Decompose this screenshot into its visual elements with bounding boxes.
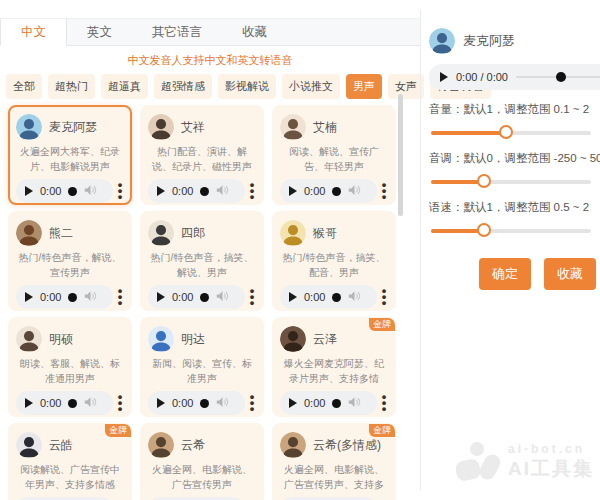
play-icon[interactable] bbox=[157, 292, 165, 302]
voice-card[interactable]: 熊二热门/特色声音，解说、宣传男声0:00 ••• bbox=[8, 211, 132, 311]
play-icon[interactable] bbox=[25, 398, 33, 408]
speaker-icon-wrap[interactable] bbox=[348, 184, 361, 199]
slider[interactable] bbox=[431, 126, 591, 140]
audio-progress-knob[interactable] bbox=[68, 187, 77, 196]
play-icon[interactable] bbox=[289, 292, 297, 302]
kebab-menu-icon[interactable]: ••• bbox=[116, 288, 124, 306]
person-avatar-icon bbox=[280, 432, 306, 458]
play-icon[interactable] bbox=[289, 186, 297, 196]
play-icon[interactable] bbox=[25, 292, 33, 302]
kebab-menu-icon[interactable]: ••• bbox=[380, 288, 388, 306]
voice-card[interactable]: 艾祥热门配音、演讲、解说、纪录片、磁性男声0:00 ••• bbox=[140, 105, 264, 205]
voice-audio-player[interactable]: 0:00 bbox=[280, 179, 377, 203]
audio-time: 0:00 bbox=[304, 185, 325, 197]
kebab-menu-icon[interactable]: ••• bbox=[248, 394, 256, 412]
voice-audio-player[interactable]: 0:00 bbox=[16, 179, 113, 203]
slider-knob[interactable] bbox=[499, 125, 513, 139]
voice-card[interactable]: 明硕朗读、客服、解说、标准通用男声0:00 ••• bbox=[8, 317, 132, 417]
filter-chip[interactable]: 超强情感 bbox=[154, 74, 212, 99]
voice-audio-player[interactable]: 0:00 bbox=[148, 285, 245, 309]
kebab-menu-icon[interactable]: ••• bbox=[116, 182, 124, 200]
slider-knob[interactable] bbox=[477, 223, 491, 237]
voice-avatar bbox=[280, 114, 306, 140]
audio-progress-knob[interactable] bbox=[200, 399, 209, 408]
play-icon[interactable] bbox=[157, 186, 165, 196]
kebab-menu-icon[interactable]: ••• bbox=[380, 394, 388, 412]
play-icon[interactable] bbox=[157, 398, 165, 408]
speaker-icon-wrap[interactable] bbox=[348, 290, 361, 305]
speaker-icon-wrap[interactable] bbox=[216, 290, 229, 305]
confirm-button[interactable]: 确定 bbox=[479, 258, 531, 290]
tab-收藏[interactable]: 收藏 bbox=[222, 19, 287, 45]
filter-chip[interactable]: 全部 bbox=[6, 74, 42, 99]
voice-description: 阅读解说、广告宣传中年男声、支持多情感 bbox=[16, 463, 124, 493]
voice-audio-player[interactable]: 0:00 bbox=[148, 391, 245, 415]
audio-progress-knob[interactable] bbox=[556, 72, 566, 82]
scrollbar-thumb[interactable] bbox=[398, 94, 403, 216]
filter-chip[interactable]: 男声 bbox=[346, 74, 382, 99]
speaker-icon-wrap[interactable] bbox=[216, 184, 229, 199]
voice-audio-player[interactable]: 0:00 bbox=[280, 391, 377, 415]
favorite-button[interactable]: 收藏 bbox=[544, 258, 596, 290]
audio-progress-knob[interactable] bbox=[200, 293, 209, 302]
kebab-menu-icon[interactable]: ••• bbox=[248, 182, 256, 200]
slider-knob[interactable] bbox=[477, 174, 491, 188]
play-icon[interactable] bbox=[25, 186, 33, 196]
voice-player-row: 0:00 ••• bbox=[280, 391, 388, 415]
filter-chip[interactable]: 超热门 bbox=[48, 74, 95, 99]
voice-audio-player[interactable]: 0:00 bbox=[16, 285, 113, 309]
play-icon[interactable] bbox=[440, 72, 448, 82]
audio-progress-track[interactable] bbox=[516, 76, 600, 78]
voice-name: 明达 bbox=[181, 331, 205, 348]
voice-card[interactable]: 麦克阿瑟火遍全网大将军、纪录片、电影解说男声0:00 ••• bbox=[8, 105, 132, 205]
speaker-icon bbox=[348, 290, 361, 302]
slider[interactable] bbox=[431, 175, 591, 189]
speaker-icon-wrap[interactable] bbox=[348, 396, 361, 411]
audio-progress-knob[interactable] bbox=[332, 293, 341, 302]
audio-progress-knob[interactable] bbox=[332, 399, 341, 408]
filter-chip[interactable]: 影视解说 bbox=[218, 74, 276, 99]
kebab-menu-icon[interactable]: ••• bbox=[116, 394, 124, 412]
filter-chip[interactable]: 超逼真 bbox=[101, 74, 148, 99]
audio-progress-knob[interactable] bbox=[200, 187, 209, 196]
preview-audio-player[interactable]: 0:00 / 0:00 bbox=[429, 64, 600, 90]
voice-card[interactable]: 艾楠阅读、解说、宣传广告、年轻男声0:00 ••• bbox=[272, 105, 396, 205]
speaker-icon-wrap[interactable] bbox=[84, 184, 97, 199]
speaker-icon-wrap[interactable] bbox=[84, 290, 97, 305]
voice-audio-player[interactable]: 0:00 bbox=[148, 179, 245, 203]
tab-英文[interactable]: 英文 bbox=[67, 19, 132, 45]
filter-chip[interactable]: 女声 bbox=[388, 74, 424, 99]
speaker-icon-wrap[interactable] bbox=[216, 396, 229, 411]
slider-label: 语速：默认1，调整范围 0.5 ~ 2 bbox=[429, 200, 600, 215]
voice-player-row: 0:00 ••• bbox=[280, 285, 388, 309]
gold-badge: 金牌 bbox=[369, 318, 395, 331]
voice-card[interactable]: 金牌 云皓阅读解说、广告宣传中年男声、支持多情感0:00 ••• bbox=[8, 423, 132, 500]
tab-其它语言[interactable]: 其它语言 bbox=[132, 19, 222, 45]
voice-card[interactable]: 四郎热门/特色声音，搞笑、解说、男声0:00 ••• bbox=[140, 211, 264, 311]
slider[interactable] bbox=[431, 224, 591, 238]
audio-progress-knob[interactable] bbox=[68, 399, 77, 408]
kebab-menu-icon[interactable]: ••• bbox=[380, 182, 388, 200]
voice-card[interactable]: 明达新闻、阅读、宣传、标准男声0:00 ••• bbox=[140, 317, 264, 417]
voice-name: 云皓 bbox=[49, 437, 73, 454]
watermark-title: AI工具集 bbox=[508, 456, 594, 482]
speaker-icon-wrap[interactable] bbox=[84, 396, 97, 411]
voice-card[interactable]: 金牌 云泽爆火全网麦克阿瑟、纪录片男声、支持多情感、多角色0:00 ••• bbox=[272, 317, 396, 417]
play-icon[interactable] bbox=[289, 398, 297, 408]
voice-audio-player[interactable]: 0:00 bbox=[16, 391, 113, 415]
filter-chip[interactable]: 小说推文 bbox=[282, 74, 340, 99]
kebab-menu-icon[interactable]: ••• bbox=[248, 288, 256, 306]
voice-card[interactable]: 云希火遍全网、电影解说、广告宣传男声0:00 ••• bbox=[140, 423, 264, 500]
gold-badge: 金牌 bbox=[105, 424, 131, 437]
speaker-icon bbox=[84, 290, 97, 302]
voice-card[interactable]: 猴哥热门/特色声音，搞笑、配音、男声0:00 ••• bbox=[272, 211, 396, 311]
voice-description: 热门/特色声音，搞笑、配音、男声 bbox=[280, 251, 388, 281]
audio-progress-knob[interactable] bbox=[68, 293, 77, 302]
tab-中文[interactable]: 中文 bbox=[0, 19, 67, 46]
voice-card-header: 明硕 bbox=[16, 326, 124, 352]
audio-progress-knob[interactable] bbox=[332, 187, 341, 196]
voice-card[interactable]: 金牌 云希(多情感)火遍全网、电影解说、广告宣传男声、支持多情感、多角色0:00… bbox=[272, 423, 396, 500]
audio-time: 0:00 bbox=[40, 185, 61, 197]
voice-description: 阅读、解说、宣传广告、年轻男声 bbox=[280, 145, 388, 175]
voice-audio-player[interactable]: 0:00 bbox=[280, 285, 377, 309]
